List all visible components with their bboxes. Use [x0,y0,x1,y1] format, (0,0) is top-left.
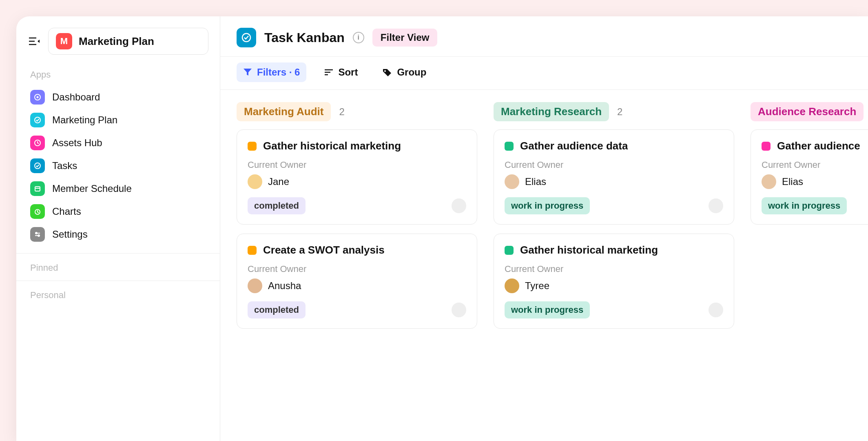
sidebar-item-label: Assets Hub [52,137,102,149]
kanban-card[interactable]: Create a SWOT analysisCurrent OwnerAnush… [237,234,477,329]
status-badge: completed [248,197,306,214]
card-title: Gather historical marketing [263,140,401,152]
header: Task Kanban i Filter View [220,16,868,56]
card-status-dot [505,142,514,151]
card-status-dot [248,246,257,255]
owner-name: Elias [525,176,546,187]
divider [16,281,220,281]
kanban-card[interactable]: Gather audience dataCurrent OwnerEliaswo… [494,129,734,225]
divider [16,253,220,254]
sort-icon [324,69,333,76]
page-title: Task Kanban [264,30,345,45]
kanban-card[interactable]: Gather historical marketingCurrent Owner… [237,129,477,225]
svg-point-4 [37,96,39,98]
tag-icon [382,68,392,76]
avatar [248,278,262,293]
sidebar-item-member-schedule[interactable]: Member Schedule [28,177,208,200]
kanban-board: Marketing Audit2Gather historical market… [220,90,868,350]
avatar [505,278,519,293]
sidebar: M Marketing Plan Apps Dashboard Marketin… [16,16,220,441]
sidebar-item-label: Dashboard [52,91,100,103]
column-title[interactable]: Marketing Audit [237,102,331,121]
sidebar-item-marketing-plan[interactable]: Marketing Plan [28,109,208,131]
timer-icon [30,204,45,219]
sidebar-section-apps: Apps [30,69,208,80]
kanban-icon [237,28,256,47]
sidebar-item-label: Settings [52,229,88,240]
dashboard-icon [30,90,45,105]
assignee-avatar[interactable] [709,303,723,317]
owner-label: Current Owner [248,160,466,170]
sidebar-collapse-icon[interactable] [28,35,41,48]
sidebar-item-charts[interactable]: Charts [28,200,208,223]
kanban-card[interactable]: Gather historical marketingCurrent Owner… [494,234,734,329]
column-title[interactable]: Audience Research [751,102,864,121]
column-title[interactable]: Marketing Research [494,102,609,121]
column-count: 2 [339,106,344,118]
sidebar-item-assets-hub[interactable]: Assets Hub [28,131,208,154]
status-badge: work in progress [505,197,590,214]
sliders-icon [30,227,45,242]
filters-label: Filters · 6 [257,67,300,78]
info-icon[interactable]: i [353,32,364,43]
svg-point-19 [384,70,386,72]
owner-label: Current Owner [505,160,723,170]
owner-label: Current Owner [505,264,723,274]
sidebar-item-label: Tasks [52,160,77,172]
check-circle-icon [30,113,45,127]
owner-name: Anusha [268,280,301,292]
clock-icon [30,136,45,150]
assignee-avatar[interactable] [452,198,466,213]
kanban-column: Marketing Audit2Gather historical market… [237,102,477,338]
svg-rect-8 [35,187,40,191]
sidebar-item-dashboard[interactable]: Dashboard [28,86,208,109]
check-circle-icon [30,158,45,173]
toolbar: Filters · 6 Sort Group [220,56,868,90]
owner-name: Elias [782,176,803,187]
svg-point-13 [35,232,37,234]
sidebar-section-personal: Personal [30,290,208,301]
card-status-dot [762,142,771,151]
card-title: Gather audience data [520,140,628,152]
column-count: 2 [617,106,622,118]
sidebar-item-tasks[interactable]: Tasks [28,154,208,177]
owner-name: Tyree [525,280,549,292]
sidebar-item-label: Marketing Plan [52,114,117,126]
svg-point-14 [38,235,40,236]
sidebar-section-pinned: Pinned [30,263,208,273]
workspace-icon: M [56,33,72,49]
assignee-avatar[interactable] [452,303,466,317]
sidebar-item-label: Charts [52,206,81,217]
app-window: M Marketing Plan Apps Dashboard Marketin… [16,16,868,441]
card-status-dot [248,142,257,151]
sidebar-item-settings[interactable]: Settings [28,223,208,246]
sort-label: Sort [338,67,358,78]
group-button[interactable]: Group [376,62,433,82]
kanban-column: Audience ResearchGather audienceCurrent … [751,102,868,338]
card-title: Gather historical marketing [520,244,658,256]
kanban-column: Marketing Research2Gather audience dataC… [494,102,734,338]
avatar [505,174,519,189]
status-badge: completed [248,301,306,318]
card-title: Create a SWOT analysis [263,244,385,256]
group-label: Group [397,67,426,78]
status-badge: work in progress [505,301,590,318]
workspace-title: Marketing Plan [79,35,154,48]
kanban-card[interactable]: Gather audienceCurrent OwnerEliaswork in… [751,129,868,225]
owner-label: Current Owner [762,160,868,170]
sort-button[interactable]: Sort [318,62,364,82]
status-badge: work in progress [762,197,847,214]
main: Task Kanban i Filter View Filters · 6 So… [220,16,868,441]
filters-button[interactable]: Filters · 6 [237,62,306,82]
assignee-avatar[interactable] [709,198,723,213]
filter-view-badge[interactable]: Filter View [372,29,438,47]
avatar [248,174,262,189]
owner-label: Current Owner [248,264,466,274]
sidebar-item-label: Member Schedule [52,183,132,194]
owner-name: Jane [268,176,289,187]
card-status-dot [505,246,514,255]
funnel-icon [243,68,252,76]
workspace-selector[interactable]: M Marketing Plan [48,28,208,55]
avatar [762,174,776,189]
calendar-icon [30,181,45,196]
